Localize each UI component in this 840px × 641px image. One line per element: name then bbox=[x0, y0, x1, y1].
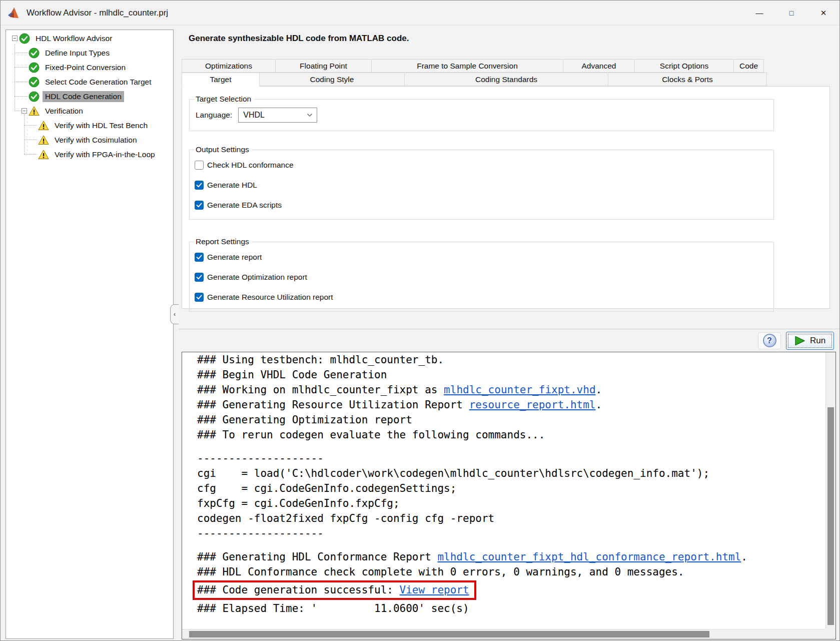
tree-item-fixed-point-conversion[interactable]: Fixed-Point Conversion bbox=[6, 60, 173, 75]
console-line: cgi = load('C:\hdlcoder\work\codegen\mlh… bbox=[197, 466, 825, 481]
checkbox-row-generate-optimization-report[interactable]: Generate Optimization report bbox=[195, 267, 768, 287]
checkbox-label: Generate HDL bbox=[207, 181, 257, 190]
tree-item-label: Fixed-Point Conversion bbox=[43, 62, 128, 73]
console-line bbox=[197, 541, 825, 549]
console-link-mlhdlc-counter-fixpt-vhd[interactable]: mlhdlc_counter_fixpt.vhd bbox=[444, 384, 595, 396]
tab-clocks-ports[interactable]: Clocks & Ports bbox=[608, 73, 767, 86]
checkbox-generate-eda-scripts[interactable] bbox=[195, 201, 204, 210]
language-dropdown[interactable]: VHDL bbox=[238, 108, 317, 123]
console-text-segment: ### Generating Resource Utilization Repo… bbox=[197, 399, 469, 411]
checkbox-label: Generate report bbox=[207, 253, 262, 262]
horizontal-scrollbar[interactable] bbox=[182, 629, 825, 639]
checkbox-row-generate-hdl[interactable]: Generate HDL bbox=[195, 175, 768, 195]
window-title: Workflow Advisor - mlhdlc_counter.prj bbox=[27, 8, 168, 18]
console-text-segment: ### Code generation successful: bbox=[197, 584, 400, 596]
tree-connector-line bbox=[24, 114, 25, 154]
success-highlight-box: ### Code generation successful: View rep… bbox=[193, 580, 476, 600]
tree-expander-icon[interactable]: − bbox=[12, 36, 19, 41]
tree-expander-icon[interactable]: − bbox=[22, 108, 29, 114]
tree-item-hdl-workflow-advisor[interactable]: −HDL Workflow Advisor bbox=[6, 31, 173, 46]
close-button[interactable]: ✕ bbox=[807, 1, 839, 25]
console-text-segment: ### To rerun codegen evaluate the follow… bbox=[197, 429, 545, 441]
minimize-button[interactable]: — bbox=[743, 1, 775, 25]
checkbox-row-generate-resource-utilization-report[interactable]: Generate Resource Utilization report bbox=[195, 287, 768, 307]
console-link-view-report[interactable]: View report bbox=[400, 584, 469, 596]
console-text-segment: -------------------- bbox=[197, 452, 324, 464]
titlebar: Workflow Advisor - mlhdlc_counter.prj — … bbox=[1, 1, 839, 26]
console-line: -------------------- bbox=[197, 451, 825, 466]
tree-item-label: HDL Workflow Advisor bbox=[33, 33, 115, 44]
console-text-segment: cfg = cgi.CodeGenInfo.codegenSettings; bbox=[197, 482, 456, 494]
run-button[interactable]: Run bbox=[786, 332, 834, 350]
warning-icon bbox=[29, 106, 40, 117]
tree-item-verify-with-cosimulation[interactable]: Verify with Cosimulation bbox=[6, 133, 173, 147]
checkbox-label: Generate Optimization report bbox=[207, 273, 307, 282]
console-text-segment: fxpCfg = cgi.CodeGenInfo.fxpCfg; bbox=[197, 497, 400, 509]
collapse-minus-icon[interactable]: − bbox=[22, 108, 27, 114]
help-button[interactable]: ? bbox=[758, 332, 781, 349]
workflow-advisor-window: Workflow Advisor - mlhdlc_counter.prj — … bbox=[0, 0, 840, 641]
tab-code[interactable]: Code bbox=[733, 59, 764, 73]
tab-coding-style[interactable]: Coding Style bbox=[259, 73, 405, 86]
vertical-scrollbar-thumb[interactable] bbox=[827, 407, 834, 625]
report-settings-legend: Report Settings bbox=[195, 237, 252, 246]
check-icon bbox=[29, 91, 40, 102]
tree-item-hdl-code-generation[interactable]: HDL Code Generation bbox=[6, 89, 173, 104]
tree-item-verification[interactable]: −Verification bbox=[6, 104, 173, 118]
tree-item-label: HDL Code Generation bbox=[43, 91, 124, 102]
console-output: ### Using testbench: mlhdlc_counter_tb.#… bbox=[182, 352, 836, 639]
matlab-logo-icon bbox=[8, 7, 21, 19]
checkbox-generate-report[interactable] bbox=[195, 253, 204, 262]
console-line: -------------------- bbox=[197, 526, 825, 541]
tab-frame-to-sample-conversion[interactable]: Frame to Sample Conversion bbox=[371, 59, 563, 73]
help-icon: ? bbox=[763, 334, 776, 347]
console-text-segment: . bbox=[741, 551, 747, 563]
console-text-segment: ### Elapsed Time: ' 11.0600' sec(s) bbox=[197, 602, 469, 614]
tab-target[interactable]: Target bbox=[182, 73, 260, 87]
check-icon bbox=[19, 33, 30, 44]
console-link-mlhdlc-counter-fixpt-hdl-conformance-report-html[interactable]: mlhdlc_counter_fixpt_hdl_conformance_rep… bbox=[437, 551, 741, 563]
console-line: cfg = cgi.CodeGenInfo.codegenSettings; bbox=[197, 481, 825, 496]
tree-connector-line bbox=[15, 44, 15, 111]
report-settings-group: Report Settings Generate reportGenerate … bbox=[189, 237, 774, 312]
checkbox-row-generate-eda-scripts[interactable]: Generate EDA scripts bbox=[195, 195, 768, 215]
tab-advanced[interactable]: Advanced bbox=[563, 59, 635, 73]
checkbox-generate-hdl[interactable] bbox=[195, 181, 204, 190]
tab-floating-point[interactable]: Floating Point bbox=[275, 59, 372, 73]
console-text-segment: ### Using testbench: mlhdlc_counter_tb. bbox=[197, 354, 444, 366]
warning-icon bbox=[38, 149, 49, 160]
checkbox-row-check-hdl-conformance[interactable]: Check HDL conformance bbox=[195, 155, 768, 175]
console-line: ### Generating Optimization report bbox=[197, 412, 825, 427]
tab-script-options[interactable]: Script Options bbox=[634, 59, 734, 73]
target-selection-legend: Target Selection bbox=[195, 95, 254, 104]
tree-item-select-code-generation-target[interactable]: Select Code Generation Target bbox=[6, 75, 173, 89]
horizontal-scrollbar-thumb[interactable] bbox=[189, 631, 709, 637]
console-link-resource-report-html[interactable]: resource_report.html bbox=[469, 399, 596, 411]
tree-item-define-input-types[interactable]: Define Input Types bbox=[6, 46, 173, 60]
checkbox-generate-optimization-report[interactable] bbox=[195, 273, 204, 282]
scrollbar-corner bbox=[825, 629, 835, 639]
checkbox-check-hdl-conformance[interactable] bbox=[195, 161, 204, 170]
check-icon bbox=[29, 77, 40, 88]
report-settings-options: Generate reportGenerate Optimization rep… bbox=[195, 247, 768, 307]
tree-item-verify-with-hdl-test-bench[interactable]: Verify with HDL Test Bench bbox=[6, 118, 173, 133]
warning-icon bbox=[38, 120, 49, 131]
tab-coding-standards[interactable]: Coding Standards bbox=[404, 73, 608, 86]
output-settings-legend: Output Settings bbox=[195, 145, 252, 154]
maximize-button[interactable]: □ bbox=[775, 1, 807, 25]
run-button-label: Run bbox=[810, 336, 825, 346]
checkbox-row-generate-report[interactable]: Generate report bbox=[195, 247, 768, 267]
chevron-down-icon bbox=[307, 113, 313, 117]
checkbox-generate-resource-utilization-report[interactable] bbox=[195, 293, 204, 302]
spacer bbox=[179, 309, 839, 329]
console-line: fxpCfg = cgi.CodeGenInfo.fxpCfg; bbox=[197, 496, 825, 511]
tree-item-label: Verify with Cosimulation bbox=[52, 135, 140, 146]
panel-collapse-handle[interactable]: ‹ bbox=[170, 304, 179, 324]
run-play-icon bbox=[794, 336, 805, 346]
collapse-minus-icon[interactable]: − bbox=[12, 36, 18, 41]
workflow-tree: −HDL Workflow AdvisorDefine Input TypesF… bbox=[6, 30, 174, 639]
tree-item-verify-with-fpga-in-the-loop[interactable]: Verify with FPGA-in-the-Loop bbox=[6, 147, 173, 162]
vertical-scrollbar[interactable] bbox=[825, 352, 835, 629]
console-line: codegen -float2fixed fxpCfg -config cfg … bbox=[197, 511, 825, 526]
tab-optimizations[interactable]: Optimizations bbox=[182, 59, 276, 73]
